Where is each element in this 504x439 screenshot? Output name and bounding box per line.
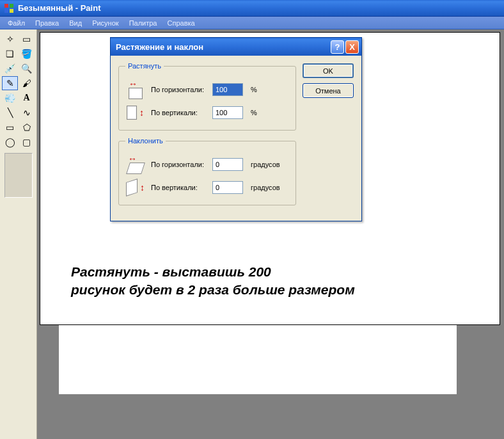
svg-rect-3 (10, 9, 13, 13)
canvas-text-line1: Растянуть - выставишь 200 (71, 263, 355, 281)
tool-curve[interactable]: ∿ (19, 106, 35, 120)
stretch-h-icon: ↔ (125, 80, 146, 99)
app-titlebar: Безымянный - Paint (0, 0, 504, 17)
tool-freeform-select[interactable]: ✧ (2, 32, 18, 46)
svg-rect-0 (4, 4, 8, 8)
skew-h-label: По горизонтали: (151, 161, 207, 168)
skew-v-label: По вертикали: (151, 184, 207, 191)
tool-ellipse[interactable]: ◯ (2, 135, 18, 149)
tool-options (4, 153, 33, 198)
tool-fill[interactable]: 🪣 (19, 47, 35, 61)
tool-line[interactable]: ╲ (2, 106, 18, 120)
tool-text[interactable]: A (19, 91, 35, 105)
skew-h-input[interactable] (212, 158, 243, 171)
tool-eyedropper[interactable]: 💉 (2, 61, 18, 76)
dialog-close-button[interactable]: X (345, 40, 359, 54)
tool-rounded-rect[interactable]: ▢ (19, 135, 35, 149)
menu-help[interactable]: Справка (162, 17, 200, 29)
skew-legend: Наклонить (125, 137, 166, 145)
menu-image[interactable]: Рисунок (87, 17, 124, 29)
skew-v-icon: ↕ (125, 178, 146, 197)
tool-grid: ✧ ▭ ❏ 🪣 💉 🔍 ✎ 🖌 💨 A ╲ ∿ ▭ ⬠ ◯ ▢ (2, 32, 35, 149)
canvas-text-line2: рисунок будет в 2 раза больше размером (71, 281, 355, 299)
tool-eraser[interactable]: ❏ (2, 47, 18, 61)
window-title: Безымянный - Paint (18, 3, 100, 13)
canvas-bottom-extension (59, 325, 457, 394)
tool-magnifier[interactable]: 🔍 (19, 61, 35, 76)
skew-h-unit: градусов (251, 161, 280, 168)
stretch-v-icon: ↕ (125, 103, 146, 122)
menu-edit[interactable]: Правка (30, 17, 64, 29)
menubar: Файл Правка Вид Рисунок Палитра Справка (0, 17, 504, 29)
tool-rect-select[interactable]: ▭ (19, 32, 35, 46)
stretch-legend: Растянуть (125, 62, 164, 70)
dialog-title: Растяжение и наклон (116, 42, 203, 52)
tool-brush[interactable]: 🖌 (19, 76, 35, 90)
tool-rectangle[interactable]: ▭ (2, 120, 18, 134)
tool-pencil[interactable]: ✎ (2, 76, 18, 90)
skew-v-unit: градусов (251, 184, 280, 191)
svg-rect-2 (4, 9, 8, 13)
toolbox: ✧ ▭ ❏ 🪣 💉 🔍 ✎ 🖌 💨 A ╲ ∿ ▭ ⬠ ◯ ▢ (0, 29, 37, 439)
menu-file[interactable]: Файл (3, 17, 30, 29)
menu-colors[interactable]: Палитра (124, 17, 162, 29)
stretch-h-label: По горизонтали: (151, 86, 207, 93)
cancel-button[interactable]: Отмена (303, 83, 354, 98)
skew-v-input[interactable] (212, 181, 243, 194)
stretch-h-unit: % (251, 86, 257, 93)
dialog-titlebar[interactable]: Растяжение и наклон ? X (111, 38, 361, 56)
stretch-v-label: По вертикали: (151, 109, 207, 116)
canvas-text: Растянуть - выставишь 200 рисунок будет … (71, 263, 355, 299)
dialog-help-button[interactable]: ? (331, 40, 344, 54)
stretch-h-input[interactable] (212, 83, 243, 96)
skew-h-icon: ↔ (125, 155, 146, 174)
skew-group: Наклонить ↔ По горизонтали: градусов (118, 137, 296, 205)
tool-polygon[interactable]: ⬠ (19, 120, 35, 134)
stretch-skew-dialog: Растяжение и наклон ? X Растянуть ↔ По г… (110, 37, 362, 221)
menu-view[interactable]: Вид (64, 17, 87, 29)
ok-button[interactable]: OK (303, 63, 354, 78)
paint-app-icon (4, 3, 14, 13)
tool-airbrush[interactable]: 💨 (2, 91, 18, 105)
stretch-v-unit: % (251, 109, 257, 116)
svg-rect-1 (10, 4, 13, 8)
stretch-v-input[interactable] (212, 106, 243, 119)
dialog-body: Растянуть ↔ По горизонтали: % (111, 56, 361, 221)
stretch-group: Растянуть ↔ По горизонтали: % (118, 62, 296, 131)
